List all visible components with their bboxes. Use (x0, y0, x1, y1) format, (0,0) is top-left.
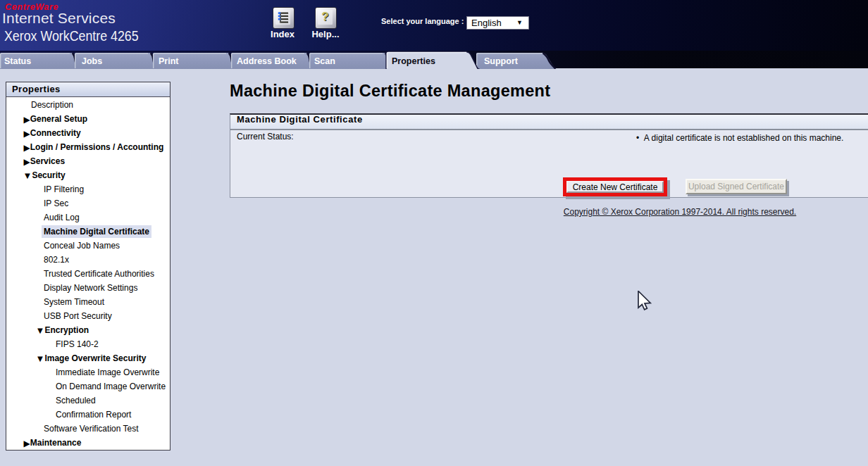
svg-text:Properties: Properties (392, 56, 435, 66)
svg-text:Print: Print (159, 56, 179, 66)
svg-text:Support: Support (484, 56, 519, 66)
svg-text:Scan: Scan (314, 56, 335, 66)
svg-text:Address Book: Address Book (237, 56, 297, 66)
svg-text:Status: Status (4, 56, 31, 66)
svg-text:Jobs: Jobs (82, 56, 102, 66)
